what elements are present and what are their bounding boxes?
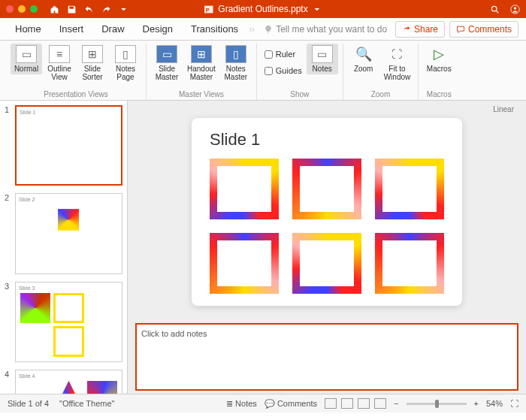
status-slide-number: Slide 1 of 4 <box>8 399 49 408</box>
shape-6[interactable] <box>375 233 444 294</box>
group-label-master-views: Master Views <box>179 89 224 100</box>
tell-me-search[interactable]: Tell me what you want to do <box>264 24 387 35</box>
guides-checkbox[interactable]: Guides <box>261 65 305 77</box>
macros-button[interactable]: ▷Macros <box>423 44 455 74</box>
slide-canvas[interactable]: Linear Slide 1 <box>128 101 526 323</box>
slide-master-button[interactable]: ▭SlideMaster <box>151 44 183 83</box>
menu-home[interactable]: Home <box>8 20 49 38</box>
menu-design[interactable]: Design <box>135 20 180 38</box>
menu-draw[interactable]: Draw <box>94 20 132 38</box>
powerpoint-icon: P <box>204 5 213 14</box>
zoom-slider[interactable] <box>407 403 467 405</box>
thumbnail-1[interactable]: 1 Slide 1 <box>5 105 122 186</box>
home-icon[interactable] <box>50 5 59 14</box>
title-dropdown-icon[interactable] <box>313 5 322 14</box>
document-title: Gradient Outlines.pptx <box>218 4 307 14</box>
user-icon[interactable] <box>510 5 520 14</box>
gradient-type-label: Linear <box>493 105 514 113</box>
close-window[interactable] <box>6 5 14 13</box>
slideshow-view-icon[interactable] <box>374 398 386 409</box>
slide[interactable]: Slide 1 <box>192 118 462 306</box>
zoom-in-button[interactable]: + <box>474 399 479 408</box>
slide-sorter-button[interactable]: ⊞SlideSorter <box>77 44 108 83</box>
fit-to-window-icon[interactable]: ⛶ <box>510 399 518 408</box>
title-bar: P Gradient Outlines.pptx <box>0 0 526 18</box>
reading-view-icon[interactable] <box>358 398 370 409</box>
notes-toggle-button[interactable]: ▭Notes <box>307 44 338 74</box>
status-theme: "Office Theme" <box>59 399 114 408</box>
group-label-macros: Macros <box>427 89 452 100</box>
handout-master-button[interactable]: ⊞HandoutMaster <box>184 44 219 83</box>
menu-bar: Home Insert Draw Design Transitions ›› T… <box>0 18 526 41</box>
window-controls <box>6 5 38 13</box>
notes-master-button[interactable]: ▯NotesMaster <box>220 44 252 83</box>
comment-icon <box>456 25 465 34</box>
slide-shapes <box>210 159 444 294</box>
normal-view-button[interactable]: ▭Normal <box>11 44 42 74</box>
zoom-percent[interactable]: 54% <box>486 399 503 408</box>
bulb-icon <box>264 25 273 34</box>
slide-area: Linear Slide 1 Click to add notes <box>128 101 526 394</box>
normal-view-icon[interactable] <box>325 398 337 409</box>
share-button[interactable]: Share <box>395 21 445 38</box>
group-label-show: Show <box>290 89 309 100</box>
qat-more-icon[interactable] <box>119 5 128 14</box>
notes-page-button[interactable]: ▯NotesPage <box>110 44 141 83</box>
undo-icon[interactable] <box>84 5 94 14</box>
search-icon[interactable] <box>490 5 500 14</box>
shape-4[interactable] <box>210 233 279 294</box>
group-label-zoom: Zoom <box>371 89 391 100</box>
comments-button[interactable]: Comments <box>449 21 518 38</box>
save-icon[interactable] <box>67 5 77 14</box>
status-comments-button[interactable]: 💬 Comments <box>265 399 317 409</box>
ruler-checkbox[interactable]: Ruler <box>261 48 305 60</box>
svg-point-4 <box>514 7 516 9</box>
outline-view-button[interactable]: ≡OutlineView <box>44 44 75 83</box>
zoom-button[interactable]: 🔍Zoom <box>348 44 379 74</box>
ribbon: ▭Normal ≡OutlineView ⊞SlideSorter ▯Notes… <box>0 41 526 101</box>
slide-title[interactable]: Slide 1 <box>210 130 444 150</box>
thumbnail-4[interactable]: 4 Slide 4 <box>5 370 122 394</box>
svg-point-2 <box>491 6 497 11</box>
zoom-window[interactable] <box>30 5 38 13</box>
thumbnail-2[interactable]: 2 Slide 2 <box>5 193 122 273</box>
zoom-out-button[interactable]: − <box>394 399 398 408</box>
sorter-view-icon[interactable] <box>341 398 353 409</box>
notes-pane[interactable]: Click to add notes <box>135 323 518 391</box>
thumbnail-panel[interactable]: 1 Slide 1 2 Slide 2 3 Slide 3 4 Slide 4 <box>0 101 128 394</box>
redo-icon[interactable] <box>101 5 111 14</box>
share-icon <box>402 25 411 34</box>
minimize-window[interactable] <box>18 5 26 13</box>
status-bar: Slide 1 of 4 "Office Theme" ≣ Notes 💬 Co… <box>0 394 526 412</box>
group-label-presentation-views: Presentation Views <box>44 89 107 100</box>
shape-2[interactable] <box>292 159 361 219</box>
svg-text:P: P <box>206 6 210 13</box>
shape-1[interactable] <box>210 159 279 219</box>
workspace: 1 Slide 1 2 Slide 2 3 Slide 3 4 Slide 4 … <box>0 101 526 394</box>
menu-transitions[interactable]: Transitions <box>183 20 246 38</box>
shape-5[interactable] <box>292 233 361 294</box>
status-notes-button[interactable]: ≣ Notes <box>226 399 257 409</box>
fit-to-window-button[interactable]: ⛶Fit toWindow <box>381 44 414 83</box>
shape-3[interactable] <box>375 159 444 219</box>
menu-insert[interactable]: Insert <box>52 20 92 38</box>
thumbnail-3[interactable]: 3 Slide 3 <box>5 282 122 362</box>
